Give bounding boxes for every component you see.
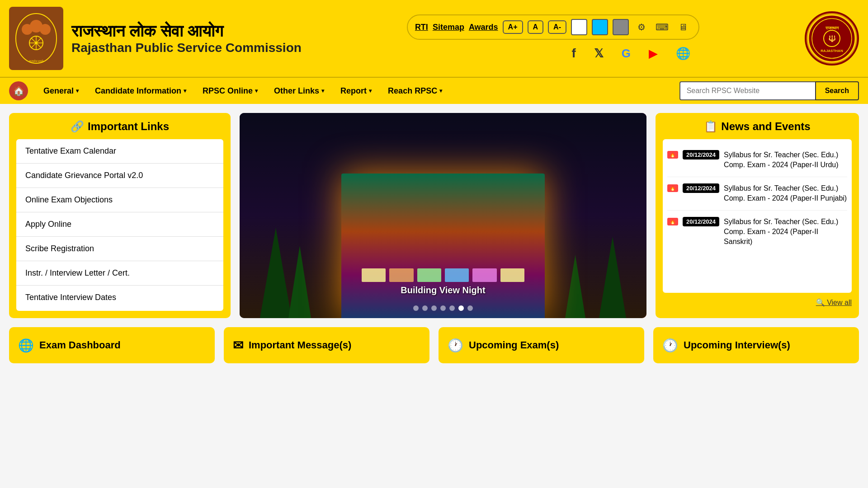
- bottom-cards-row: 🌐 Exam Dashboard ✉ Important Message(s) …: [0, 327, 868, 372]
- slide-dots: [413, 305, 473, 311]
- important-messages-label: Important Message(s): [249, 339, 351, 351]
- dot-6[interactable]: [458, 305, 464, 311]
- svg-text:RAJASTHAN: RAJASTHAN: [821, 49, 843, 53]
- link-grievance-portal[interactable]: Candidate Grievance Portal v2.0: [16, 164, 223, 188]
- slide-image: Building View Night: [240, 113, 646, 318]
- news-item-1[interactable]: 🔥 20/12/2024 Syllabus for Sr. Teacher (S…: [667, 144, 847, 177]
- search-input[interactable]: [679, 81, 815, 100]
- exam-dashboard-label: Exam Dashboard: [39, 339, 121, 351]
- dot-5[interactable]: [449, 305, 455, 311]
- news-text-1: Syllabus for Sr. Teacher (Sec. Edu.) Com…: [724, 150, 847, 170]
- news-events-panel: 📋 News and Events 🔥 20/12/2024 Syllabus …: [656, 113, 859, 318]
- exam-dashboard-icon: 🌐: [18, 338, 34, 353]
- nav-reach-rpsc-arrow: ▾: [439, 88, 442, 94]
- svg-text:राजस्थान: राजस्थान: [825, 26, 839, 30]
- dot-7[interactable]: [467, 305, 473, 311]
- font-increase-btn[interactable]: A+: [503, 20, 523, 34]
- link-exam-objections[interactable]: Online Exam Objections: [16, 188, 223, 212]
- nav-candidate-info-arrow: ▾: [184, 88, 186, 94]
- news-date-1: 20/12/2024: [683, 150, 719, 160]
- slideshow-panel: Building View Night: [240, 113, 646, 318]
- link-interview-letter[interactable]: Instr. / Interview Letter / Cert.: [16, 261, 223, 286]
- news-date-2: 20/12/2024: [683, 183, 719, 193]
- font-normal-btn[interactable]: A: [528, 20, 544, 34]
- card-important-messages[interactable]: ✉ Important Message(s): [224, 327, 429, 363]
- upcoming-interviews-icon: 🕐: [662, 338, 678, 353]
- news-text-2: Syllabus for Sr. Teacher (Sec. Edu.) Com…: [724, 183, 847, 204]
- nav-general-arrow: ▾: [76, 88, 79, 94]
- svg-rect-10: [23, 52, 50, 56]
- monitor-icon[interactable]: 🖥: [675, 19, 691, 35]
- nav-report[interactable]: Report ▾: [332, 77, 380, 104]
- dot-4[interactable]: [440, 305, 446, 311]
- links-list: Tentative Exam Calendar Candidate Grieva…: [16, 139, 223, 311]
- card-upcoming-interviews[interactable]: 🕐 Upcoming Interview(s): [653, 327, 859, 363]
- nav-other-links-arrow: ▾: [321, 88, 324, 94]
- link-icon: 🔗: [71, 120, 84, 133]
- nav-bar: 🏠 General ▾ Candidate Information ▾ RPSC…: [0, 77, 868, 104]
- view-all-news[interactable]: 🔍 View all: [663, 298, 852, 307]
- important-links-title: 🔗 Important Links: [16, 120, 223, 133]
- nav-rpsc-online-arrow: ▾: [255, 88, 258, 94]
- nav-reach-rpsc[interactable]: Reach RPSC ▾: [380, 77, 450, 104]
- search-button[interactable]: Search: [815, 81, 859, 100]
- twitter-x-icon[interactable]: 𝕏: [594, 47, 604, 61]
- globe-icon[interactable]: 🌐: [676, 47, 690, 61]
- svg-point-3: [40, 24, 51, 35]
- link-scribe-registration[interactable]: Scribe Registration: [16, 237, 223, 261]
- news-item-2[interactable]: 🔥 20/12/2024 Syllabus for Sr. Teacher (S…: [667, 177, 847, 211]
- nav-general[interactable]: General ▾: [35, 77, 87, 104]
- upcoming-exams-icon: 🕐: [448, 338, 463, 353]
- news-badge-2: 🔥: [667, 184, 678, 192]
- google-icon[interactable]: G: [622, 47, 631, 61]
- news-badge-1: 🔥: [667, 151, 678, 159]
- dot-2[interactable]: [422, 305, 428, 311]
- rti-link[interactable]: RTI: [415, 23, 428, 32]
- card-upcoming-exams[interactable]: 🕐 Upcoming Exam(s): [439, 327, 644, 363]
- news-date-3: 20/12/2024: [683, 217, 719, 226]
- important-links-panel: 🔗 Important Links Tentative Exam Calenda…: [9, 113, 231, 318]
- link-apply-online[interactable]: Apply Online: [16, 212, 223, 237]
- nav-other-links[interactable]: Other Links ▾: [266, 77, 332, 104]
- main-content: 🔗 Important Links Tentative Exam Calenda…: [0, 104, 868, 327]
- awards-link[interactable]: Awards: [469, 23, 498, 32]
- keyboard-icon[interactable]: ⌨: [654, 19, 670, 35]
- theme-white-btn[interactable]: [571, 19, 587, 35]
- sitemap-link[interactable]: Sitemap: [433, 23, 464, 32]
- nav-candidate-info[interactable]: Candidate Information ▾: [87, 77, 194, 104]
- news-list: 🔥 20/12/2024 Syllabus for Sr. Teacher (S…: [663, 139, 852, 293]
- building-main: [341, 174, 545, 318]
- social-bar: f 𝕏 G ▶ 🌐: [562, 44, 699, 62]
- news-events-title: 📋 News and Events: [663, 120, 852, 133]
- slide-caption: Building View Night: [401, 285, 485, 296]
- upcoming-interviews-label: Upcoming Interview(s): [684, 339, 790, 351]
- link-exam-calendar[interactable]: Tentative Exam Calendar: [16, 139, 223, 164]
- svg-text:सत्यमेव जयते: सत्यमेव जयते: [28, 59, 44, 63]
- dot-3[interactable]: [431, 305, 437, 311]
- title-english: Rajasthan Public Service Commission: [71, 41, 302, 55]
- top-right-controls: RTI Sitemap Awards A+ A A- ⚙ ⌨ 🖥 f 𝕏 G ▶…: [407, 14, 699, 62]
- dot-1[interactable]: [413, 305, 419, 311]
- nav-rpsc-online[interactable]: RPSC Online ▾: [194, 77, 266, 104]
- youtube-icon[interactable]: ▶: [649, 47, 658, 61]
- settings-icon[interactable]: ⚙: [633, 19, 650, 35]
- news-text-3: Syllabus for Sr. Teacher (Sec. Edu.) Com…: [724, 217, 847, 247]
- upcoming-exams-label: Upcoming Exam(s): [469, 339, 559, 351]
- svg-text:🔱: 🔱: [828, 35, 836, 42]
- news-item-3[interactable]: 🔥 20/12/2024 Syllabus for Sr. Teacher (S…: [667, 211, 847, 253]
- nav-home-button[interactable]: 🏠: [9, 81, 28, 100]
- state-emblem: राजस्थान 🔱 RAJASTHAN: [805, 11, 859, 66]
- facebook-icon[interactable]: f: [571, 46, 576, 61]
- theme-gray-btn[interactable]: [613, 19, 629, 35]
- link-interview-dates[interactable]: Tentative Interview Dates: [16, 286, 223, 310]
- nav-search-area: Search: [679, 81, 859, 100]
- font-decrease-btn[interactable]: A-: [548, 20, 566, 34]
- building-windows: [353, 268, 533, 282]
- logo-section: सत्यमेव जयते राजस्थान लोक सेवा आयोग Raja…: [9, 7, 302, 70]
- news-badge-3: 🔥: [667, 218, 678, 225]
- logo-emblem: सत्यमेव जयते: [9, 7, 63, 70]
- logo-text: राजस्थान लोक सेवा आयोग Rajasthan Public …: [71, 22, 302, 55]
- title-hindi: राजस्थान लोक सेवा आयोग: [71, 22, 302, 41]
- theme-cyan-btn[interactable]: [592, 19, 608, 35]
- card-exam-dashboard[interactable]: 🌐 Exam Dashboard: [9, 327, 215, 363]
